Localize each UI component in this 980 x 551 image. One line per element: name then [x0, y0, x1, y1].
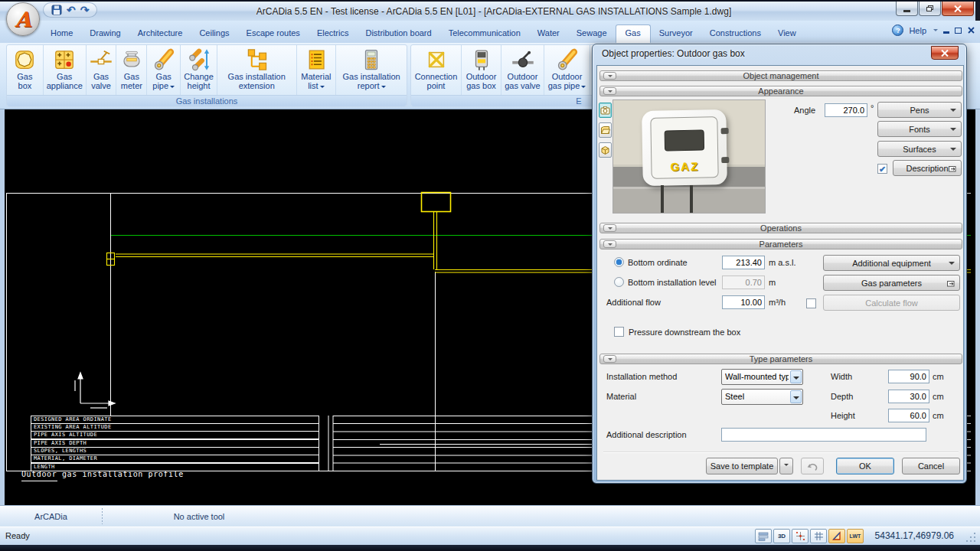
- additional-flow-input[interactable]: [722, 295, 765, 309]
- combo-arrow-icon: [790, 390, 802, 403]
- snap-button[interactable]: [792, 529, 808, 543]
- installation-method-select[interactable]: Wall-mounted typ: [721, 369, 803, 385]
- pens-button[interactable]: Pens: [877, 102, 962, 118]
- material-select[interactable]: Steel: [721, 389, 803, 405]
- width-unit: cm: [933, 372, 944, 381]
- tab-telecommunication[interactable]: Telecommunication: [440, 24, 529, 43]
- width-input[interactable]: [888, 370, 929, 383]
- bottom-installation-level-radio[interactable]: [614, 277, 624, 287]
- profile-row-label[interactable]: PIPE AXIS ALTITUDE: [31, 431, 319, 439]
- lineweight-toggle-button[interactable]: LWT: [847, 529, 864, 543]
- gas-meter-button[interactable]: Gasmeter: [116, 45, 147, 95]
- profile-row-label[interactable]: MATERIAL, DIAMETER: [31, 455, 319, 463]
- tab-constructions[interactable]: Constructions: [701, 24, 769, 43]
- section-appearance[interactable]: Appearance: [599, 86, 962, 96]
- project-manager-icon: [758, 531, 769, 541]
- gas-box-button[interactable]: Gasbox: [7, 45, 44, 95]
- profile-caption[interactable]: Outdoor gas installation profile: [21, 470, 184, 478]
- minimize-button[interactable]: [896, 2, 918, 16]
- preview-3d-view-button[interactable]: [599, 142, 612, 158]
- tab-ceilings[interactable]: Ceilings: [191, 24, 237, 43]
- preview-2d-view-button[interactable]: [599, 122, 612, 138]
- surfaces-button[interactable]: Surfaces: [877, 141, 962, 157]
- calculate-flow-checkbox[interactable]: [806, 298, 816, 308]
- description-button[interactable]: Description: [893, 160, 962, 176]
- gas-pipe-button[interactable]: Gaspipe: [147, 45, 181, 95]
- outdoor-gas-pipe-button[interactable]: Outdoorgas pipe: [544, 45, 590, 95]
- restore-button[interactable]: [919, 2, 941, 16]
- tab-water[interactable]: Water: [529, 24, 568, 43]
- tab-view[interactable]: View: [769, 24, 805, 43]
- bottom-ordinate-input[interactable]: [722, 256, 765, 269]
- cube-3d-icon: [600, 145, 610, 155]
- help-menu[interactable]: Help: [909, 26, 926, 35]
- pressure-downstream-checkbox[interactable]: [614, 327, 624, 337]
- fonts-button[interactable]: Fonts: [877, 121, 962, 137]
- undo-icon[interactable]: ↶: [67, 4, 76, 16]
- gas-appliance-button[interactable]: Gasappliance: [44, 45, 87, 95]
- description-checkbox[interactable]: ✔: [877, 164, 887, 174]
- ortho-button[interactable]: [828, 529, 845, 543]
- document-restore-button[interactable]: [955, 28, 962, 34]
- object-preview-image[interactable]: GAZ: [612, 99, 766, 214]
- save-icon[interactable]: [51, 5, 62, 15]
- gas-box-symbol[interactable]: [422, 193, 451, 212]
- view-3d-button[interactable]: 3D: [773, 529, 790, 543]
- ready-status: Ready: [5, 531, 30, 540]
- height-input[interactable]: [888, 409, 929, 422]
- minimize-icon: [903, 10, 910, 12]
- gas-installation-extension-button[interactable]: Gas installationextension: [217, 45, 297, 95]
- project-manager-button[interactable]: [755, 529, 772, 543]
- tab-electrics[interactable]: Electrics: [309, 24, 358, 43]
- app-name-cell[interactable]: ArCADia: [0, 506, 102, 527]
- depth-input[interactable]: [888, 390, 929, 403]
- save-to-template-button[interactable]: Save to template: [706, 458, 778, 474]
- application-window: ArCADia 5.5 EN - Test license - ArCADia …: [0, 0, 980, 551]
- outdoor-gas-valve-button[interactable]: Outdoorgas valve: [501, 45, 544, 95]
- gas-parameters-button[interactable]: Gas parameters: [823, 275, 960, 291]
- gas-installation-report-button[interactable]: Gas installationreport: [336, 45, 407, 95]
- dialog-close-button[interactable]: [931, 46, 959, 60]
- section-type-parameters[interactable]: Type parameters: [599, 354, 962, 364]
- collapse-chevron-icon[interactable]: [603, 87, 616, 95]
- tab-architecture[interactable]: Architecture: [129, 24, 191, 43]
- additional-description-input[interactable]: [721, 428, 926, 442]
- connection-point-button[interactable]: Connectionpoint: [411, 45, 462, 95]
- application-menu-button[interactable]: A: [6, 2, 40, 36]
- document-minimize-button[interactable]: [943, 31, 949, 34]
- tab-surveyor[interactable]: Surveyor: [651, 24, 701, 43]
- collapse-chevron-icon[interactable]: [603, 72, 616, 80]
- additional-equipment-button[interactable]: Additional equipment: [823, 255, 960, 271]
- tab-gas[interactable]: Gas: [616, 24, 651, 43]
- tab-home[interactable]: Home: [42, 24, 81, 43]
- section-operations[interactable]: Operations: [599, 223, 962, 233]
- gas-valve-button[interactable]: Gasvalve: [87, 45, 117, 95]
- tab-drawing[interactable]: Drawing: [81, 24, 129, 43]
- outdoor-gas-box-button[interactable]: Outdoorgas box: [462, 45, 501, 95]
- document-close-button[interactable]: [967, 26, 975, 34]
- help-dropdown-icon[interactable]: [933, 29, 938, 34]
- change-height-button[interactable]: Changeheight: [181, 45, 217, 95]
- section-parameters[interactable]: Parameters: [599, 239, 962, 249]
- preview-photo-view-button[interactable]: [599, 103, 612, 118]
- save-template-dropdown-button[interactable]: [779, 458, 793, 474]
- tab-sewage[interactable]: Sewage: [568, 24, 616, 43]
- bottom-ordinate-radio[interactable]: [614, 257, 624, 267]
- gas-pipe-left[interactable]: [106, 253, 433, 266]
- material-list-button[interactable]: Materiallist: [297, 45, 337, 95]
- grid-button[interactable]: [810, 529, 827, 543]
- tab-escape-routes[interactable]: Escape routes: [238, 24, 309, 43]
- cancel-button[interactable]: Cancel: [902, 458, 960, 474]
- collapse-chevron-icon[interactable]: [603, 224, 616, 232]
- redo-icon[interactable]: ↷: [80, 4, 90, 16]
- collapse-chevron-icon[interactable]: [603, 240, 616, 248]
- close-button[interactable]: [942, 2, 974, 16]
- cell-separator: [102, 508, 103, 524]
- collapse-chevron-icon[interactable]: [603, 355, 616, 363]
- resize-grip[interactable]: [966, 532, 977, 542]
- ok-button[interactable]: OK: [836, 458, 894, 474]
- tab-distribution-board[interactable]: Distribution board: [357, 24, 439, 43]
- angle-input[interactable]: [825, 103, 867, 117]
- section-object-management[interactable]: Object management: [599, 70, 962, 81]
- snap-icon: [795, 531, 805, 541]
